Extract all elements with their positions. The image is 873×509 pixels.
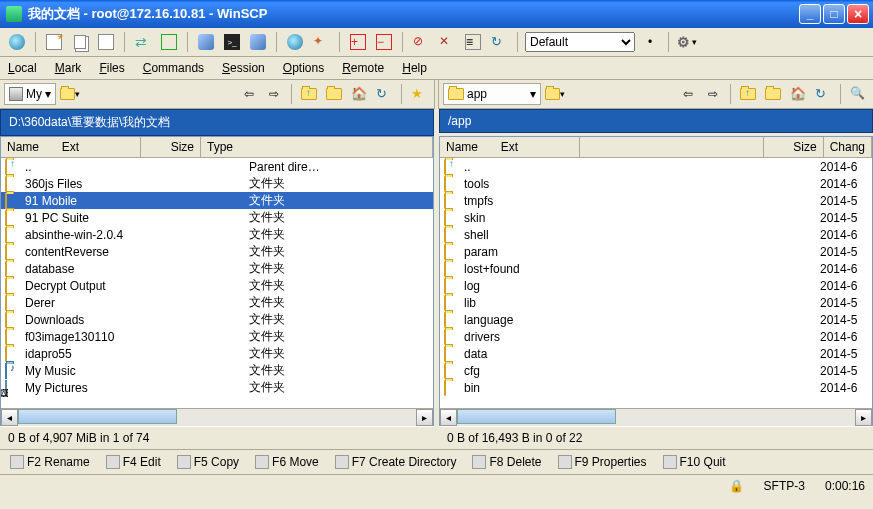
scroll-right-button[interactable]: ▸ [855, 409, 872, 426]
remote-path-bar[interactable]: /app [439, 109, 873, 133]
tool3-button[interactable] [247, 31, 269, 53]
menu-commands[interactable]: Commands [139, 59, 208, 77]
scroll-thumb[interactable] [18, 409, 177, 424]
sync-button[interactable]: ⇄ [132, 31, 154, 53]
menu-options[interactable]: Options [279, 59, 328, 77]
table-row[interactable]: My Pictures文件夹 [1, 379, 433, 396]
scroll-thumb[interactable] [457, 409, 616, 424]
local-file-list[interactable]: ..Parent dire…360js Files文件夹91 Mobile文件夹… [1, 158, 433, 408]
table-row[interactable]: tools2014-6 [440, 175, 872, 192]
scroll-left-button[interactable]: ◂ [440, 409, 457, 426]
reload-button[interactable]: ↻ [488, 31, 510, 53]
table-row[interactable]: database文件夹 [1, 260, 433, 277]
local-star[interactable]: ★ [408, 83, 430, 105]
minimize-button[interactable]: _ [799, 4, 821, 24]
menu-session[interactable]: Session [218, 59, 269, 77]
table-row[interactable]: idapro55文件夹 [1, 345, 433, 362]
fn-f9-button[interactable]: F9 Properties [554, 453, 651, 471]
remove-mark-button[interactable]: − [373, 31, 395, 53]
remote-dir-dropdown[interactable]: app▾ [443, 83, 541, 105]
fn-f6-button[interactable]: F6 Move [251, 453, 323, 471]
table-row[interactable]: param2014-5 [440, 243, 872, 260]
table-row[interactable]: data2014-5 [440, 345, 872, 362]
scroll-left-button[interactable]: ◂ [1, 409, 18, 426]
table-row[interactable]: 91 Mobile文件夹 [1, 192, 433, 209]
fn-f7-button[interactable]: F7 Create Directory [331, 453, 461, 471]
fn-f4-button[interactable]: F4 Edit [102, 453, 165, 471]
prefs-button[interactable] [284, 31, 306, 53]
add-mark-button[interactable]: + [347, 31, 369, 53]
remote-fwd[interactable]: ⇨ [702, 83, 724, 105]
console-button[interactable]: >_ [221, 31, 243, 53]
table-row[interactable]: tmpfs2014-5 [440, 192, 872, 209]
menu-help[interactable]: Help [398, 59, 431, 77]
table-row[interactable]: Downloads文件夹 [1, 311, 433, 328]
compare-button[interactable] [158, 31, 180, 53]
local-refresh[interactable]: ↻ [373, 83, 395, 105]
table-row[interactable]: ..2014-6 [440, 158, 872, 175]
local-bookmark-open[interactable]: ▾ [59, 83, 81, 105]
table-row[interactable]: cfg2014-5 [440, 362, 872, 379]
menu-files[interactable]: Files [95, 59, 128, 77]
tool5-button[interactable]: ✦ [310, 31, 332, 53]
session-button[interactable] [6, 31, 28, 53]
fn-f10-button[interactable]: F10 Quit [659, 453, 730, 471]
maximize-button[interactable]: □ [823, 4, 845, 24]
table-row[interactable]: ..Parent dire… [1, 158, 433, 175]
local-fwd[interactable]: ⇨ [263, 83, 285, 105]
remote-column-headers[interactable]: Name Ext Size Chang [440, 137, 872, 158]
local-up[interactable] [298, 83, 320, 105]
table-row[interactable]: lost+found2014-6 [440, 260, 872, 277]
remote-refresh[interactable]: ↻ [812, 83, 834, 105]
close-button[interactable]: × [847, 4, 869, 24]
paste-button[interactable] [95, 31, 117, 53]
remote-hscroll[interactable]: ◂ ▸ [440, 408, 872, 425]
table-row[interactable]: f03image130110文件夹 [1, 328, 433, 345]
profile-go[interactable]: • [639, 31, 661, 53]
table-row[interactable]: absinthe-win-2.0.4文件夹 [1, 226, 433, 243]
stop-button[interactable]: ⊘ [410, 31, 432, 53]
scroll-right-button[interactable]: ▸ [416, 409, 433, 426]
table-row[interactable]: skin2014-5 [440, 209, 872, 226]
tool1-button[interactable] [195, 31, 217, 53]
table-row[interactable]: Derer文件夹 [1, 294, 433, 311]
table-row[interactable]: log2014-6 [440, 277, 872, 294]
local-home[interactable]: 🏠 [348, 83, 370, 105]
table-row[interactable]: drivers2014-6 [440, 328, 872, 345]
table-row[interactable]: 91 PC Suite文件夹 [1, 209, 433, 226]
new-button[interactable] [43, 31, 65, 53]
remote-find[interactable]: 🔍 [847, 83, 869, 105]
local-root[interactable] [323, 83, 345, 105]
local-column-headers[interactable]: Name Ext Size Type [1, 137, 433, 158]
fn-f5-button[interactable]: F5 Copy [173, 453, 243, 471]
queue-button[interactable]: ≡ [462, 31, 484, 53]
remote-root[interactable] [762, 83, 784, 105]
fn-f2-button[interactable]: F2 Rename [6, 453, 94, 471]
menu-mark[interactable]: Mark [51, 59, 86, 77]
remote-up[interactable] [737, 83, 759, 105]
copy-button[interactable] [69, 31, 91, 53]
remote-back[interactable]: ⇦ [677, 83, 699, 105]
table-row[interactable]: contentReverse文件夹 [1, 243, 433, 260]
remote-file-list[interactable]: ..2014-6tools2014-6tmpfs2014-5skin2014-5… [440, 158, 872, 408]
settings-button[interactable]: ⚙▾ [676, 31, 698, 53]
local-disk-dropdown[interactable]: My▾ [4, 83, 56, 105]
table-row[interactable]: lib2014-5 [440, 294, 872, 311]
fn-f8-button[interactable]: F8 Delete [468, 453, 545, 471]
remote-bookmark-open[interactable]: ▾ [544, 83, 566, 105]
menu-remote[interactable]: Remote [338, 59, 388, 77]
remote-home[interactable]: 🏠 [787, 83, 809, 105]
menu-local[interactable]: Local [4, 59, 41, 77]
cancel-button[interactable]: ✕ [436, 31, 458, 53]
table-row[interactable]: Decrypt Output文件夹 [1, 277, 433, 294]
local-path-bar[interactable]: D:\360data\重要数据\我的文档 [0, 109, 434, 136]
fn-key-label: F8 Delete [489, 455, 541, 469]
table-row[interactable]: bin2014-6 [440, 379, 872, 396]
table-row[interactable]: language2014-5 [440, 311, 872, 328]
profile-dropdown[interactable]: Default [525, 32, 635, 52]
local-hscroll[interactable]: ◂ ▸ [1, 408, 433, 425]
table-row[interactable]: shell2014-6 [440, 226, 872, 243]
local-back[interactable]: ⇦ [238, 83, 260, 105]
table-row[interactable]: My Music文件夹 [1, 362, 433, 379]
table-row[interactable]: 360js Files文件夹 [1, 175, 433, 192]
